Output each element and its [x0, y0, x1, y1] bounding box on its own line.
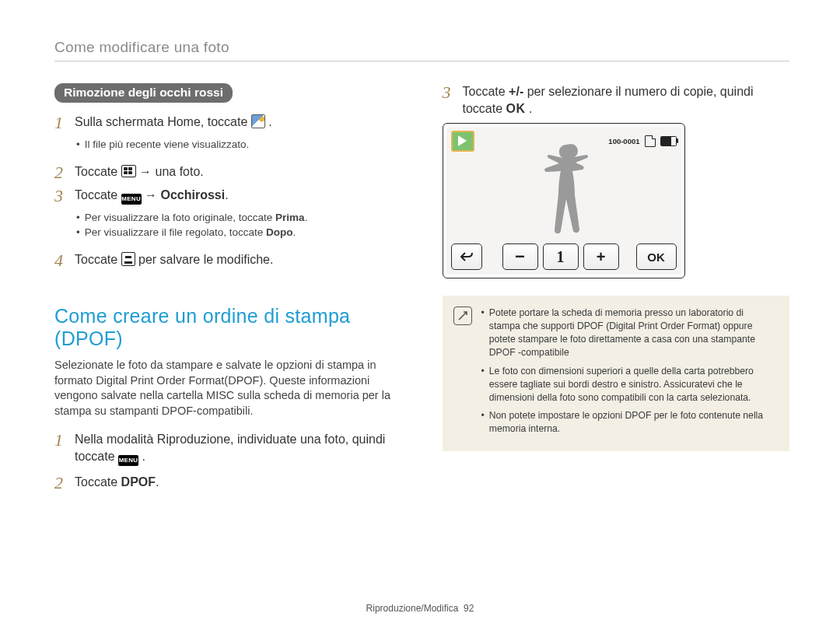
step-text: . — [268, 115, 271, 128]
note-item: Potete portare la scheda di memoria pres… — [489, 306, 777, 359]
footer-section: Riproduzione/Modifica — [366, 603, 459, 614]
step-number: 2 — [54, 163, 72, 181]
sub-bold: Dopo — [266, 226, 293, 238]
step-bold: DPOF — [121, 475, 156, 489]
step-text: → una foto. — [139, 165, 204, 178]
redeye-step-3: 3 Toccate MENU → Occhirossi. — [54, 187, 402, 205]
battery-icon — [660, 136, 677, 146]
step-3-sublist: Per visualizzare la foto originale, tocc… — [76, 210, 402, 240]
thumbnail-play-icon — [451, 131, 474, 152]
home-app-icon — [251, 114, 265, 128]
section-intro: Selezionate le foto da stampare e salvat… — [54, 358, 402, 419]
step-text: Toccate — [463, 85, 509, 98]
step-1-sublist: Il file più recente viene visualizzato. — [76, 137, 402, 152]
back-button[interactable] — [451, 243, 482, 270]
section-pill-redeye: Rimozione degli occhi rossi — [54, 83, 233, 103]
step-text: . — [142, 450, 145, 463]
step-bold: Occhirossi — [161, 188, 226, 201]
step-number: 3 — [443, 83, 460, 101]
dpof-step-2: 2 Toccate DPOF. — [54, 474, 402, 492]
footer-page: 92 — [464, 603, 474, 614]
dpof-step-3: 3 Toccate +/- per selezionare il numero … — [443, 83, 790, 117]
sub-text: Per visualizzare il file regolato, tocca… — [85, 226, 266, 238]
dpof-step-1: 1 Nella modalità Riproduzione, individua… — [54, 431, 402, 466]
menu-icon: MENU — [118, 455, 138, 466]
copy-count-display: 1 — [543, 243, 579, 270]
step-number: 1 — [54, 114, 72, 131]
ok-inline-icon: OK — [506, 100, 526, 117]
step-number: 2 — [54, 474, 72, 492]
redeye-step-2: 2 Toccate → una foto. — [54, 163, 402, 181]
step-text: per salvare le modifiche. — [138, 253, 273, 266]
camera-screen-illustration: 100-0001 — [443, 123, 685, 278]
ok-button[interactable]: OK — [636, 243, 677, 270]
step-number: 3 — [54, 187, 72, 205]
plus-minus-glyph: +/- — [509, 85, 523, 98]
step-text: . — [225, 188, 228, 201]
person-silhouette — [527, 139, 602, 251]
page-footer: Riproduzione/Modifica 92 — [0, 603, 840, 614]
menu-icon: MENU — [121, 194, 142, 205]
increment-button[interactable]: + — [583, 243, 619, 270]
left-column: Rimozione degli occhi rossi 1 Sulla sche… — [54, 83, 402, 497]
step-text: Toccate — [75, 475, 121, 489]
step-text: Sulla schermata Home, toccate — [75, 115, 251, 128]
step-text: Toccate — [75, 188, 121, 201]
file-id-label: 100-0001 — [608, 137, 639, 145]
sub-text: Il file più recente viene visualizzato. — [85, 137, 250, 152]
step-text: Toccate — [75, 165, 121, 178]
sub-text: Per visualizzare la foto originale, tocc… — [85, 212, 275, 223]
step-text: . — [526, 102, 533, 115]
header-rule — [54, 61, 789, 61]
step-number: 4 — [54, 251, 72, 269]
gallery-icon — [121, 165, 136, 177]
note-icon — [453, 306, 472, 325]
redeye-step-1: 1 Sulla schermata Home, toccate . — [54, 114, 402, 131]
redeye-step-4: 4 Toccate per salvare le modifiche. — [54, 251, 402, 269]
step-text: . — [156, 475, 159, 489]
decrement-button[interactable]: − — [502, 243, 538, 270]
section-heading-dpof: Come creare un ordine di stampa (DPOF) — [54, 305, 402, 350]
sub-bold: Prima — [275, 212, 305, 223]
right-column: 3 Toccate +/- per selezionare il numero … — [443, 83, 790, 497]
save-disk-icon — [121, 252, 135, 266]
sd-card-icon — [645, 135, 656, 147]
arrow-icon: → — [145, 187, 157, 204]
note-item: Le foto con dimensioni superiori a quell… — [489, 365, 777, 405]
note-item: Non potete impostare le opzioni DPOF per… — [489, 409, 777, 436]
step-text: Toccate — [75, 253, 121, 266]
breadcrumb-title: Come modificare una foto — [54, 39, 789, 56]
note-box: Potete portare la scheda di memoria pres… — [443, 296, 790, 451]
step-number: 1 — [54, 431, 72, 449]
